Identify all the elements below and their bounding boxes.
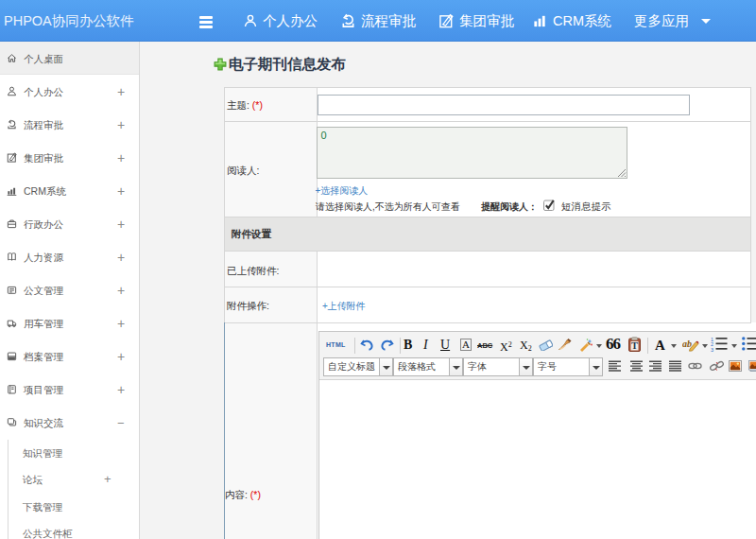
svg-text:ab: ab (682, 339, 692, 349)
svg-text:T: T (631, 340, 638, 351)
svg-text:3: 3 (711, 347, 713, 353)
